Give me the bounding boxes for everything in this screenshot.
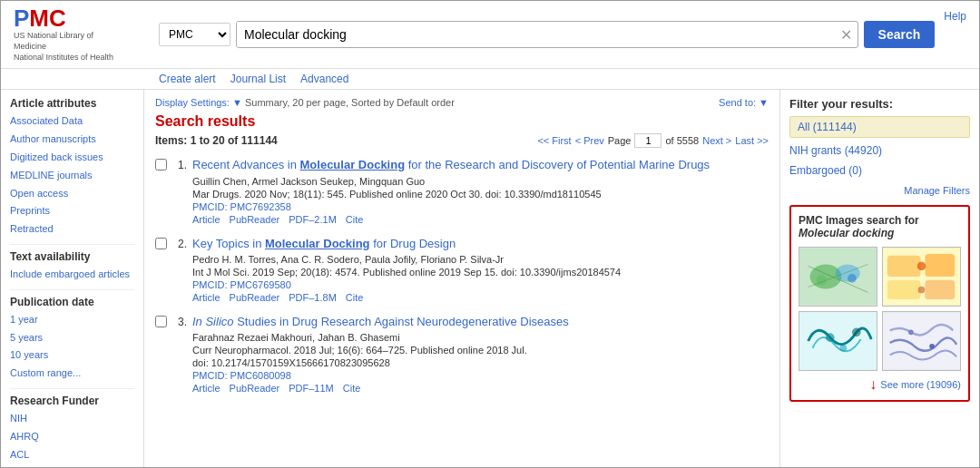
result-1-authors: Guillin Chen, Armel Jackson Seukep, Ming… bbox=[192, 176, 710, 187]
search-results-title: Search results bbox=[155, 113, 769, 130]
see-more-link[interactable]: See more (19096) bbox=[880, 379, 961, 390]
sidebar-preprints[interactable]: Preprints bbox=[10, 202, 134, 220]
result-item: 1. Recent Advances in Molecular Docking … bbox=[155, 157, 769, 224]
image-2[interactable] bbox=[882, 247, 961, 307]
first-page-link[interactable]: << First bbox=[537, 135, 571, 146]
manage-filters-link[interactable]: Manage Filters bbox=[789, 185, 970, 196]
result-1-number: 1. bbox=[172, 159, 187, 171]
result-1-checkbox[interactable] bbox=[155, 159, 167, 171]
prev-page-link[interactable]: < Prev bbox=[575, 135, 604, 146]
result-3-links: Article PubReader PDF–11M Cite bbox=[192, 383, 569, 394]
result-2-article-link[interactable]: Article bbox=[192, 292, 220, 303]
result-2-pmcid: PMCID: PMC6769580 bbox=[192, 279, 621, 290]
image-4[interactable] bbox=[882, 311, 961, 371]
sidebar-custom-range[interactable]: Custom range... bbox=[10, 365, 134, 383]
sidebar-aspr[interactable]: ASPR bbox=[10, 463, 134, 468]
sidebar-acl[interactable]: ACL bbox=[10, 446, 134, 464]
result-1-journal: Mar Drugs. 2020 Nov; 18(11): 545. Publis… bbox=[192, 189, 710, 200]
filter-embargoed[interactable]: Embargoed (0) bbox=[789, 161, 970, 181]
svg-point-12 bbox=[917, 261, 926, 270]
result-1-article-link[interactable]: Article bbox=[192, 214, 220, 225]
svg-point-13 bbox=[918, 286, 926, 293]
image-1[interactable] bbox=[799, 247, 877, 307]
last-page-link[interactable]: Last >> bbox=[735, 135, 769, 146]
result-1-pdf-link[interactable]: PDF–2.1M bbox=[289, 214, 337, 225]
result-2-checkbox[interactable] bbox=[155, 238, 167, 249]
sidebar-1year[interactable]: 1 year bbox=[10, 311, 134, 329]
result-3-authors: Farahnaz Rezaei Makhouri, Jahan B. Ghase… bbox=[192, 332, 569, 343]
result-2-title[interactable]: Key Topics in Molecular Docking for Drug… bbox=[192, 237, 456, 250]
sidebar-open-access[interactable]: Open access bbox=[10, 185, 134, 203]
sidebar-10years[interactable]: 10 years bbox=[10, 346, 134, 365]
send-to-link[interactable]: Send to: ▼ bbox=[719, 97, 769, 108]
clear-search-button[interactable]: ✕ bbox=[835, 26, 858, 44]
text-availability-section: Text availability Include embargoed arti… bbox=[10, 250, 134, 284]
result-2-number: 2. bbox=[172, 238, 187, 250]
database-select[interactable]: PMC PubMed bbox=[159, 23, 230, 46]
sidebar-author-manuscripts[interactable]: Author manuscripts bbox=[10, 131, 134, 149]
result-1-pubreader-link[interactable]: PubReader bbox=[230, 214, 280, 225]
image-3[interactable] bbox=[799, 311, 877, 371]
right-panel: Filter your results: All (111144) NIH gr… bbox=[779, 90, 979, 468]
pmc-images-title: PMC Images search for Molecular docking bbox=[799, 214, 961, 239]
sidebar-retracted[interactable]: Retracted bbox=[10, 220, 134, 239]
main-content: Display Settings: ▼ Summary, 20 per page… bbox=[144, 90, 779, 468]
result-2-pubreader-link[interactable]: PubReader bbox=[230, 292, 280, 303]
help-link[interactable]: Help bbox=[944, 10, 966, 23]
result-3-cite-link[interactable]: Cite bbox=[343, 383, 361, 394]
result-2-authors: Pedro H. M. Torres, Ana C. R. Sodero, Pa… bbox=[192, 254, 621, 265]
result-3-title[interactable]: In Silico Studies in Drug Research Again… bbox=[192, 315, 569, 328]
arrow-down-icon: ↓ bbox=[869, 376, 877, 393]
sidebar-medline[interactable]: MEDLINE journals bbox=[10, 167, 134, 185]
sidebar-ahrq[interactable]: AHRQ bbox=[10, 428, 134, 446]
search-bar: PMC PubMed ✕ Search bbox=[159, 6, 935, 63]
svg-rect-11 bbox=[925, 279, 955, 298]
svg-rect-8 bbox=[887, 255, 921, 276]
result-3-checkbox[interactable] bbox=[155, 316, 167, 327]
create-alert-link[interactable]: Create alert bbox=[159, 73, 216, 85]
svg-point-15 bbox=[826, 333, 835, 342]
article-attributes-section: Article attributes Associated Data Autho… bbox=[10, 97, 134, 239]
svg-point-19 bbox=[908, 329, 914, 335]
display-settings-desc: Summary, 20 per page, Sorted by Default … bbox=[245, 97, 455, 108]
result-3-pdf-link[interactable]: PDF–11M bbox=[289, 383, 334, 394]
result-1-cite-link[interactable]: Cite bbox=[346, 214, 364, 225]
result-3-pmcid: PMCID: PMC6080098 bbox=[192, 370, 569, 381]
journal-list-link[interactable]: Journal List bbox=[230, 73, 286, 85]
sidebar-digitized-back[interactable]: Digitized back issues bbox=[10, 149, 134, 167]
result-item: 3. In Silico Studies in Drug Research Ag… bbox=[155, 314, 769, 394]
article-attributes-title: Article attributes bbox=[10, 97, 134, 110]
filter-nih-grants[interactable]: NIH grants (44920) bbox=[789, 141, 970, 161]
sidebar-associated-data[interactable]: Associated Data bbox=[10, 112, 134, 131]
svg-rect-10 bbox=[887, 279, 921, 298]
next-page-link[interactable]: Next > bbox=[702, 135, 731, 146]
research-funder-section: Research Funder NIH AHRQ ACL ASPR CDC DH… bbox=[10, 395, 134, 468]
svg-rect-14 bbox=[799, 313, 877, 369]
result-3-pubreader-link[interactable]: PubReader bbox=[230, 383, 280, 394]
result-3-body: In Silico Studies in Drug Research Again… bbox=[192, 314, 569, 394]
search-input[interactable] bbox=[237, 22, 835, 47]
publication-date-section: Publication date 1 year 5 years 10 years… bbox=[10, 296, 134, 383]
search-button[interactable]: Search bbox=[864, 21, 936, 48]
pmc-images-box: PMC Images search for Molecular docking bbox=[789, 205, 970, 402]
filter-all[interactable]: All (111144) bbox=[789, 116, 970, 138]
sidebar-include-embargoed[interactable]: Include embargoed articles bbox=[10, 266, 134, 284]
sidebar-5years[interactable]: 5 years bbox=[10, 329, 134, 347]
display-settings-link[interactable]: Display Settings: ▼ bbox=[155, 97, 242, 108]
logo-sub-text: US National Library of Medicine National… bbox=[14, 30, 113, 63]
result-3-article-link[interactable]: Article bbox=[192, 383, 220, 394]
result-2-cite-link[interactable]: Cite bbox=[346, 292, 364, 303]
sidebar-nih[interactable]: NIH bbox=[10, 410, 134, 428]
images-grid bbox=[799, 247, 961, 371]
result-3-journal2: doi: 10.2174/1570159X15666170823095628 bbox=[192, 357, 569, 368]
research-funder-title: Research Funder bbox=[10, 395, 134, 407]
result-2-pdf-link[interactable]: PDF–1.8M bbox=[289, 292, 337, 303]
svg-point-16 bbox=[852, 327, 861, 336]
advanced-link[interactable]: Advanced bbox=[300, 73, 348, 85]
pagination: << First < Prev Page of 5558 Next > Last… bbox=[537, 133, 769, 148]
result-item: 2. Key Topics in Molecular Docking for D… bbox=[155, 236, 769, 303]
result-1-pmcid: PMCID: PMC7692358 bbox=[192, 201, 710, 212]
svg-rect-9 bbox=[925, 253, 955, 276]
page-input[interactable] bbox=[634, 133, 662, 148]
result-1-title[interactable]: Recent Advances in Molecular Docking for… bbox=[192, 158, 710, 171]
